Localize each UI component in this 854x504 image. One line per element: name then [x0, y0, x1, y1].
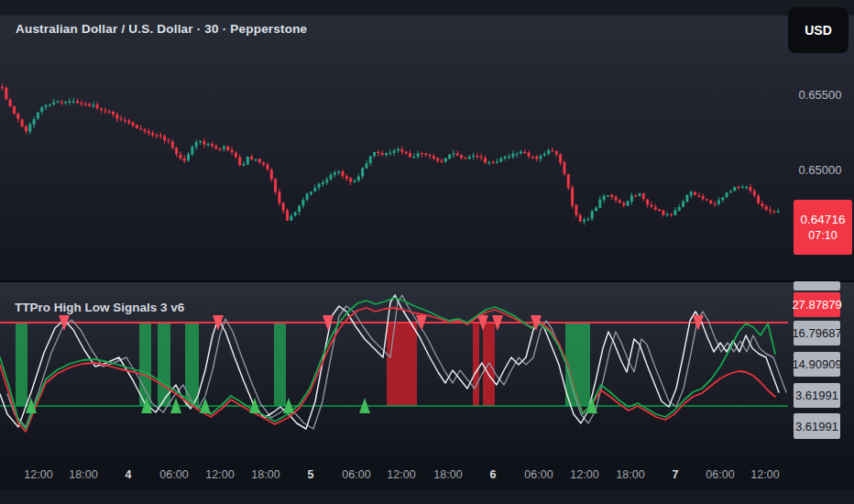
time-axis-label: 06:00 [342, 468, 370, 481]
indicator-value-label [794, 281, 840, 290]
time-axis-label: 4 [126, 468, 132, 481]
time-axis-label: 18:00 [433, 468, 462, 481]
time-axis-label: 06:00 [706, 468, 734, 481]
time-axis-label: 18:00 [69, 468, 97, 481]
time-axis-label: 12:00 [750, 468, 779, 481]
symbol-title[interactable]: Australian Dollar / U.S. Dollar · 30 · P… [16, 22, 307, 36]
indicator-value-label: 16.79687 [794, 321, 840, 345]
time-axis-label: 7 [673, 468, 679, 481]
indicator-value-label: 3.61991 [794, 413, 840, 439]
indicator-value-label: 27.87879 [794, 292, 840, 317]
oscillator-plot [0, 295, 790, 432]
time-axis-label: 12:00 [205, 468, 234, 481]
time-axis-label: 12:00 [387, 468, 415, 481]
price-axis-label: 0.65500 [790, 88, 850, 102]
time-axis-label: 18:00 [616, 468, 644, 481]
time-axis-label: 12:00 [570, 468, 598, 481]
candlestick-series [1, 83, 780, 225]
time-scale[interactable] [0, 460, 854, 504]
price-axis-label: 0.65000 [790, 163, 850, 177]
chart-canvas[interactable] [0, 0, 854, 504]
time-axis-label: 18:00 [251, 468, 279, 481]
time-axis-label: 06:00 [159, 468, 188, 481]
indicator-title[interactable]: TTPro High Low Signals 3 v6 [15, 301, 184, 314]
time-axis-label: 12:00 [24, 468, 52, 481]
time-axis-label: 06:00 [524, 468, 553, 481]
time-axis-label: 5 [308, 468, 314, 481]
tradingview-chart-window: Australian Dollar / U.S. Dollar · 30 · P… [0, 0, 854, 504]
indicator-value-label: 3.61991 [794, 383, 840, 408]
time-axis-label: 6 [490, 468, 497, 481]
indicator-value-label: 14.90909 [794, 352, 840, 377]
